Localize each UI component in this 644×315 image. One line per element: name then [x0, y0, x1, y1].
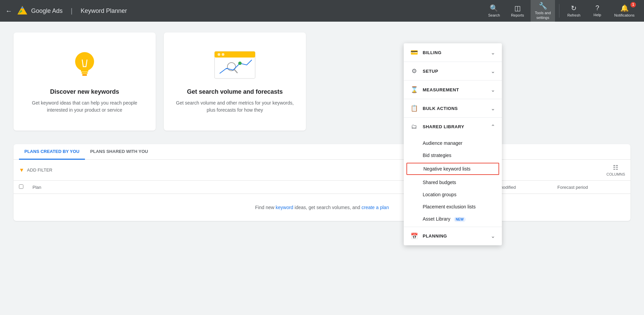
filter-bar: ▼ ADD FILTER ☷ COLUMNS	[14, 160, 630, 181]
notifications-icon: 🔔	[620, 4, 629, 12]
notifications-nav-button[interactable]: 🔔 1 Notifications	[610, 1, 639, 20]
svg-rect-4	[81, 70, 88, 72]
negative-keyword-lists-item[interactable]: Negative keyword lists	[406, 163, 499, 175]
refresh-icon: ↻	[571, 4, 577, 12]
bulk-actions-header[interactable]: 📋 BULK ACTIONS ⌄	[404, 99, 502, 117]
audience-manager-item[interactable]: Audience manager	[404, 137, 502, 149]
google-ads-icon	[16, 5, 28, 17]
setup-header[interactable]: ⚙ SETUP ⌄	[404, 62, 502, 80]
bulk-actions-section: 📋 BULK ACTIONS ⌄	[404, 99, 502, 118]
add-filter-label[interactable]: ADD FILTER	[27, 167, 52, 173]
discover-keywords-card[interactable]: Discover new keywords Get keyword ideas …	[14, 32, 156, 131]
tab-plans-created[interactable]: PLANS CREATED BY YOU	[19, 144, 85, 160]
help-nav-button[interactable]: ? Help	[587, 1, 607, 20]
reports-nav-label: Reports	[511, 13, 524, 18]
page-title: Keyword Planner	[81, 7, 127, 15]
discover-card-title: Discover new keywords	[50, 88, 119, 95]
shared-library-section: 🗂 SHARED LIBRARY ⌃ Audience manager Bid …	[404, 118, 502, 227]
new-badge: NEW	[454, 217, 466, 222]
billing-header[interactable]: 💳 BILLING ⌄	[404, 43, 502, 62]
shared-library-header[interactable]: 🗂 SHARED LIBRARY ⌃	[404, 118, 502, 136]
planning-chevron-icon: ⌄	[491, 233, 495, 239]
nav-separator	[559, 4, 559, 18]
location-groups-item[interactable]: Location groups	[404, 188, 502, 201]
top-navigation: ← Google Ads | Keyword Planner 🔍 Search …	[0, 0, 644, 22]
measurement-label: MEASUREMENT	[423, 87, 491, 92]
bulk-actions-label: BULK ACTIONS	[423, 106, 491, 111]
planning-label: PLANNING	[423, 233, 491, 239]
columns-button[interactable]: ☷ COLUMNS	[606, 164, 625, 176]
nav-right: 🔍 Search ◫ Reports 🔧 Tools andsettings ↻…	[484, 0, 639, 23]
help-icon: ?	[596, 4, 599, 12]
table-header: Plan Status Last modified Forecast perio…	[14, 181, 630, 194]
select-all-checkbox[interactable]	[19, 184, 32, 190]
create-plan-link[interactable]: create a plan	[361, 205, 389, 210]
billing-icon: 💳	[410, 49, 418, 56]
help-nav-label: Help	[594, 13, 601, 17]
search-volume-card-icon	[213, 50, 257, 82]
shared-library-chevron-icon: ⌃	[491, 123, 495, 130]
empty-message: Find new keyword ideas, get search volum…	[255, 205, 361, 210]
shared-library-label: SHARED LIBRARY	[423, 124, 491, 129]
empty-state: Find new keyword ideas, get search volum…	[14, 194, 630, 221]
filter-icon: ▼	[19, 167, 24, 173]
planning-icon: 📅	[410, 232, 418, 240]
svg-point-1	[21, 7, 23, 8]
svg-rect-11	[215, 51, 255, 58]
nav-left: ← Google Ads | Keyword Planner	[5, 5, 484, 17]
notification-badge-count: 1	[630, 2, 636, 7]
svg-point-13	[222, 53, 224, 56]
placement-exclusion-lists-item[interactable]: Placement exclusion lists	[404, 201, 502, 213]
refresh-nav-button[interactable]: ↻ Refresh	[563, 1, 585, 20]
measurement-header[interactable]: ⌛ MEASUREMENT ⌄	[404, 81, 502, 99]
chart-svg	[213, 50, 257, 80]
back-button[interactable]: ←	[5, 7, 12, 15]
plans-section: PLANS CREATED BY YOU PLANS SHARED WITH Y…	[14, 144, 630, 221]
reports-nav-button[interactable]: ◫ Reports	[507, 1, 528, 20]
measurement-section: ⌛ MEASUREMENT ⌄	[404, 81, 502, 99]
setup-icon: ⚙	[410, 67, 418, 75]
refresh-nav-label: Refresh	[568, 13, 581, 18]
bulk-actions-icon: 📋	[410, 105, 418, 112]
planning-section: 📅 PLANNING ⌄	[404, 227, 502, 245]
shared-library-icon: 🗂	[410, 123, 418, 130]
asset-library-item[interactable]: Asset Library NEW	[404, 213, 502, 225]
bulk-actions-chevron-icon: ⌄	[491, 105, 495, 112]
bid-strategies-item[interactable]: Bid strategies	[404, 149, 502, 161]
svg-point-12	[218, 53, 220, 56]
tools-nav-label: Tools andsettings	[535, 11, 551, 20]
plans-tabs: PLANS CREATED BY YOU PLANS SHARED WITH Y…	[14, 144, 630, 160]
discover-card-desc: Get keyword ideas that can help you reac…	[24, 99, 145, 114]
google-ads-logo: Google Ads	[16, 5, 63, 17]
planning-header[interactable]: 📅 PLANNING ⌄	[404, 227, 502, 245]
shared-budgets-item[interactable]: Shared budgets	[404, 176, 502, 188]
col-forecast-header: Forecast period	[557, 185, 625, 190]
search-icon: 🔍	[490, 4, 498, 12]
search-nav-label: Search	[488, 13, 500, 18]
search-nav-button[interactable]: 🔍 Search	[484, 1, 504, 20]
svg-rect-6	[82, 74, 87, 76]
svg-rect-5	[82, 72, 88, 74]
setup-label: SETUP	[423, 69, 491, 74]
tools-dropdown-menu: 💳 BILLING ⌄ ⚙ SETUP ⌄ ⌛ MEASUREMENT ⌄	[404, 43, 502, 245]
search-volume-card-desc: Get search volume and other metrics for …	[175, 99, 295, 114]
svg-point-16	[238, 62, 242, 65]
discover-card-icon	[71, 50, 98, 82]
search-volume-card[interactable]: Get search volume and forecasts Get sear…	[164, 32, 306, 131]
tab-plans-shared[interactable]: PLANS SHARED WITH YOU	[85, 144, 154, 160]
setup-section: ⚙ SETUP ⌄	[404, 62, 502, 81]
select-all-input[interactable]	[19, 184, 23, 189]
cards-row: Discover new keywords Get keyword ideas …	[14, 32, 630, 131]
billing-label: BILLING	[423, 50, 491, 55]
tools-nav-button[interactable]: 🔧 Tools andsettings	[531, 0, 555, 23]
columns-label: COLUMNS	[606, 172, 625, 176]
col-plan-header: Plan	[32, 185, 422, 190]
lightbulb-svg	[71, 50, 98, 80]
nav-divider: |	[71, 7, 72, 15]
tools-icon: 🔧	[539, 2, 547, 10]
search-volume-card-title: Get search volume and forecasts	[187, 88, 283, 95]
reports-icon: ◫	[514, 4, 521, 12]
columns-icon: ☷	[613, 164, 618, 171]
measurement-chevron-icon: ⌄	[491, 87, 495, 93]
svg-point-3	[75, 52, 94, 71]
